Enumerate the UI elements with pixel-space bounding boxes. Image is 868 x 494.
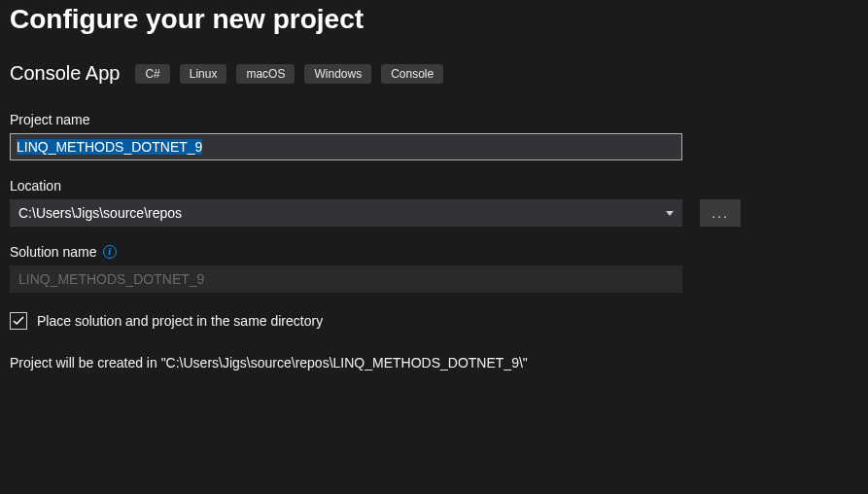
project-name-value: LINQ_METHODS_DOTNET_9: [17, 139, 202, 155]
same-directory-row: Place solution and project in the same d…: [10, 312, 858, 330]
project-name-label: Project name: [10, 112, 858, 127]
info-icon[interactable]: i: [103, 245, 117, 259]
check-icon: [13, 315, 24, 327]
solution-name-label: Solution name: [10, 244, 97, 260]
location-group: Location C:\Users\Jigs\source\repos ...: [10, 178, 858, 227]
tag-console: Console: [381, 64, 443, 84]
solution-name-group: Solution name i LINQ_METHODS_DOTNET_9: [10, 244, 858, 293]
solution-name-label-row: Solution name i: [10, 244, 858, 260]
location-label: Location: [10, 178, 858, 194]
same-directory-checkbox[interactable]: [10, 312, 27, 330]
project-name-input[interactable]: LINQ_METHODS_DOTNET_9: [10, 133, 682, 160]
solution-name-input: LINQ_METHODS_DOTNET_9: [10, 265, 682, 293]
tag-windows: Windows: [304, 64, 371, 84]
project-name-group: Project name LINQ_METHODS_DOTNET_9: [10, 112, 858, 160]
location-value: C:\Users\Jigs\source\repos: [18, 205, 182, 221]
page-title: Configure your new project: [10, 4, 858, 35]
tag-csharp: C#: [135, 64, 169, 84]
same-directory-label: Place solution and project in the same d…: [37, 313, 323, 329]
tag-linux: Linux: [180, 64, 227, 84]
chevron-down-icon: [666, 211, 674, 216]
browse-button[interactable]: ...: [700, 199, 741, 227]
location-combo[interactable]: C:\Users\Jigs\source\repos: [10, 199, 682, 227]
template-name: Console App: [10, 62, 120, 85]
tag-macos: macOS: [236, 64, 295, 84]
creation-path-summary: Project will be created in "C:\Users\Jig…: [10, 355, 858, 370]
template-header: Console App C# Linux macOS Windows Conso…: [10, 62, 858, 85]
